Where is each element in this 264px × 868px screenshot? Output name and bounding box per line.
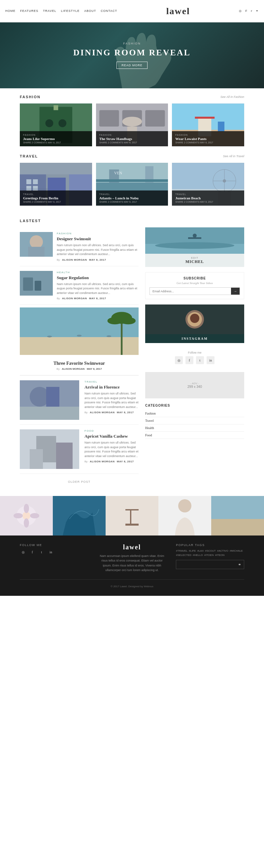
footer-follow-label: Follow me (20, 544, 88, 547)
svg-rect-30 (96, 179, 168, 182)
footer-tag-5[interactable]: #MICHALE (230, 549, 243, 552)
svg-rect-59 (20, 407, 79, 420)
svg-point-54 (108, 317, 123, 324)
follow-twitter-icon[interactable]: t (196, 356, 204, 364)
insta-item-5[interactable] (211, 496, 264, 535)
search-icon[interactable]: ⚭ (256, 9, 259, 12)
sidebar-instagram-widget[interactable]: INSTAGRAM (145, 305, 244, 343)
site-logo[interactable]: lawel (166, 3, 190, 19)
footer-instagram-icon[interactable]: ◎ (20, 549, 26, 555)
instagram-icon[interactable]: ◎ (239, 9, 242, 12)
large-post-1[interactable]: TRAVEL Arrival in Florence Nam rutrum ip… (20, 375, 139, 425)
fashion-card-1[interactable]: FASHION Jeans Like Supermo SHARE 2 COMME… (20, 103, 92, 146)
fashion-card-2[interactable]: FASHION The Straw Handbags SHARE 2 COMME… (96, 103, 168, 146)
footer-tags-list: #TRAVEL #LIFE #LAX #SCOUT #ACTIVO #MICHA… (176, 549, 244, 557)
svg-point-72 (190, 314, 199, 323)
post-2-category: HEALTH (57, 271, 139, 274)
insta-beach-image (211, 496, 264, 535)
fashion-card-grid: FASHION Jeans Like Supermo SHARE 2 COMME… (20, 103, 244, 146)
footer-tag-0[interactable]: #TRAVEL (176, 549, 187, 552)
large-post-1-image (20, 380, 79, 420)
instagram-preview-image (145, 305, 244, 334)
fashion-card-1-meta: SHARE 2 COMMENTS MAY 8, 2017 (23, 142, 89, 144)
insta-flower-image (0, 496, 53, 535)
fashion-see-all-link[interactable]: See All in Fashion (220, 95, 244, 98)
follow-icons: ◎ f t in (145, 356, 244, 364)
footer-tags-section: Popular Tags #TRAVEL #LIFE #LAX #SCOUT #… (176, 544, 244, 573)
category-health[interactable]: Health (145, 425, 244, 432)
svg-rect-58 (46, 387, 59, 407)
travel-card-2[interactable]: VEN TRAVEL Atlantis – Lunch in Nobu SHAR… (96, 163, 168, 206)
nav-lifestyle[interactable]: LIFESTYLE (61, 9, 80, 12)
footer-tag-8[interactable]: #ITOEN (204, 554, 214, 557)
category-travel[interactable]: Travel (145, 417, 244, 425)
travel-see-all-link[interactable]: See All in Travel (223, 155, 244, 158)
fashion-card-3-title: Wear Lowaist Pants (175, 137, 241, 141)
footer-tag-1[interactable]: #LIFE (189, 549, 196, 552)
nav-social: ◎ f 𝕣 ⚭ (239, 9, 259, 12)
footer-twitter-icon[interactable]: t (38, 549, 45, 555)
category-food[interactable]: Food (145, 432, 244, 439)
svg-rect-24 (20, 163, 92, 174)
footer-tag-2[interactable]: #LAX (197, 549, 204, 552)
wide-post-date: May 8, 2017 (87, 367, 102, 370)
post-item-2[interactable]: HEALTH Sugar Regulation Nam rutrum ipsum… (20, 266, 139, 305)
twitter-icon[interactable]: 𝕣 (251, 9, 253, 12)
load-more-button[interactable]: OLDER POST (68, 480, 90, 484)
post-2-title[interactable]: Sugar Regulation (57, 275, 139, 280)
footer-facebook-icon[interactable]: f (29, 549, 36, 555)
footer-tag-7[interactable]: #HELLO (193, 554, 203, 557)
insta-item-1[interactable] (0, 496, 53, 535)
insta-item-4[interactable] (158, 496, 211, 535)
footer-about-section: lawel Nam accumsan ipsum eleifend quam v… (98, 544, 166, 573)
post-1-title[interactable]: Designer Swimsuit (57, 236, 139, 242)
large-post-2-title[interactable]: Apricot Vanilla Cashew (84, 434, 139, 439)
nav-travel[interactable]: TRAVEL (43, 9, 56, 12)
nav-contact[interactable]: CONTACT (101, 9, 117, 12)
large-post-2[interactable]: FOOD Apricot Vanilla Cashew Nam rutrum i… (20, 425, 139, 473)
fashion-card-2-meta: SHARE 2 COMMENTS MAY 8, 2017 (99, 142, 165, 144)
follow-instagram-icon[interactable]: ◎ (175, 356, 183, 364)
insta-item-3[interactable] (106, 496, 158, 535)
travel-card-3[interactable]: TRAVEL Jumeiran Beach SHARE 2 COMMENTS M… (172, 163, 244, 206)
hero-read-more-button[interactable]: Read more (116, 62, 148, 69)
facebook-icon[interactable]: f (245, 9, 247, 12)
latest-posts-list: FASHION Designer Swimsuit Nam rutrum ips… (20, 227, 139, 489)
svg-point-49 (47, 336, 52, 337)
footer-logo[interactable]: lawel (98, 544, 166, 551)
footer-search-form: ⚭ (176, 560, 244, 569)
insta-item-2[interactable] (53, 496, 106, 535)
footer-tags-title: Popular Tags (176, 544, 244, 547)
nav-features[interactable]: FEATURES (20, 9, 38, 12)
nav-home[interactable]: HOME (5, 9, 16, 12)
subscribe-email-input[interactable] (150, 288, 231, 294)
footer-search-button[interactable]: ⚭ (235, 560, 244, 569)
large-post-1-title[interactable]: Arrival in Florence (84, 384, 139, 390)
footer-search-input[interactable] (176, 560, 235, 569)
svg-rect-81 (106, 496, 158, 535)
footer-linkedin-icon[interactable]: in (48, 549, 54, 555)
subscribe-subtitle: Get Latest Straight Your Inbox (150, 281, 240, 285)
categories-title: Categories (145, 404, 244, 407)
post-1-category: FASHION (57, 232, 139, 235)
load-more-section: OLDER POST (20, 473, 139, 489)
travel-card-1[interactable]: TRAVEL Greetings From Berlin SHARE 2 COM… (20, 163, 92, 206)
post-item-1[interactable]: FASHION Designer Swimsuit Nam rutrum ips… (20, 227, 139, 266)
follow-facebook-icon[interactable]: f (185, 356, 193, 364)
svg-rect-89 (211, 519, 264, 535)
footer-tag-6[interactable]: #SELECTED (176, 554, 191, 557)
footer-copyright: © 2017 Lawel. Designed by Webnus (20, 579, 244, 588)
footer-tag-9[interactable]: #ITEON (215, 554, 225, 557)
subscribe-submit-button[interactable]: → (231, 288, 240, 294)
nav-about[interactable]: ABOUT (84, 9, 96, 12)
follow-linkedin-icon[interactable]: in (207, 356, 214, 364)
footer-tag-4[interactable]: #ACTIVO (217, 549, 228, 552)
travel-section: TRAVEL See All in Travel (0, 153, 264, 212)
fashion-card-3[interactable]: FASHION Wear Lowaist Pants SHARE 2 COMME… (172, 103, 244, 146)
large-post-2-author: ALISON MORGAN (90, 460, 114, 463)
footer-social-icons: ◎ f t in (20, 549, 88, 555)
travel-card-grid: TRAVEL Greetings From Berlin SHARE 2 COM… (20, 163, 244, 206)
wide-post[interactable]: Three Favorite Swimwear By · ALISON MORG… (20, 305, 139, 375)
footer-tag-3[interactable]: #SCOUT (205, 549, 215, 552)
category-fashion[interactable]: Fashion (145, 410, 244, 417)
